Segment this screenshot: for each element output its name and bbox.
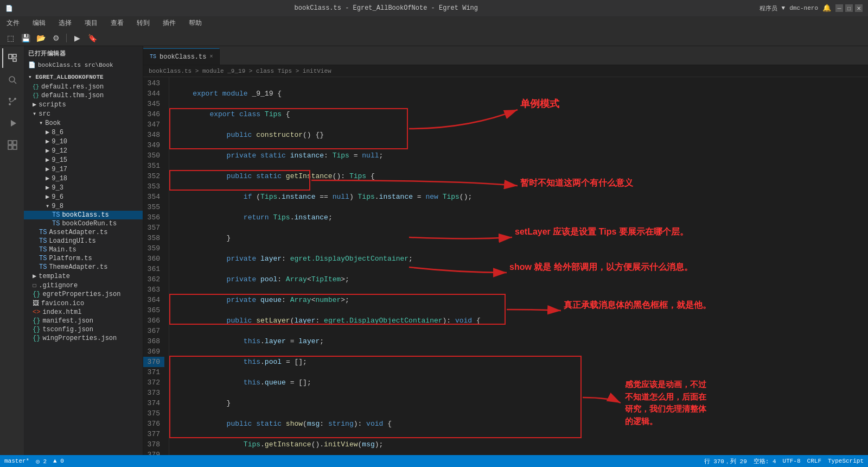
activity-explorer[interactable] [2,48,22,68]
svg-line-4 [14,81,16,84]
tree-item-template[interactable]: ▶ template [24,272,143,281]
tree-item-9-10[interactable]: ▶ 9_10 [24,137,143,146]
code-line-344: export class Tips { [176,109,868,119]
line-numbers: 343 344 345 346 347 348 349 350 351 352 … [143,77,169,455]
eol-type[interactable]: CRLF [807,458,821,464]
tree-item-8-6[interactable]: ▶ 8_6 [24,128,143,137]
svg-rect-12 [13,146,17,149]
error-count[interactable]: ◎ 2 [36,458,47,465]
indentation[interactable]: 空格: 4 [754,457,776,465]
tree-item-wingprops[interactable]: {} wingProperties.json [24,334,143,343]
code-line-359: public static show(msg: string): void { [176,419,868,429]
menu-help[interactable]: 帮助 [187,17,204,29]
language-mode[interactable]: TypeScript [828,458,864,464]
folder-icon9: ▶ [46,184,49,192]
tree-item-themeadapter[interactable]: TS ThemeAdapter.ts [24,263,143,272]
cursor-position[interactable]: 行 370，列 29 [704,457,747,465]
open-file-bookclass[interactable]: 📄 bookClass.ts src\Book [24,61,143,69]
ln-376: 376 [143,419,164,429]
menu-goto[interactable]: 转到 [135,17,152,29]
maximize-button[interactable]: □ [845,4,853,12]
menu-file[interactable]: 文件 [4,17,22,29]
activity-search[interactable] [2,70,22,90]
folder-icon3: ▶ [46,128,49,136]
notification-icon[interactable]: 🔔 [822,4,831,12]
menu-project[interactable]: 项目 [82,17,100,29]
svg-marker-8 [11,120,16,127]
json-icon5: {} [33,326,40,333]
tree-item-main[interactable]: TS Main.ts [24,245,143,254]
svg-point-5 [9,98,11,100]
ln-344: 344 [143,89,164,99]
menu-view[interactable]: 查看 [108,17,126,29]
tree-item-book[interactable]: ▾ Book [24,118,143,128]
menu-plugins[interactable]: 插件 [161,17,178,29]
code-line-349: return Tips.instance; [176,212,868,223]
tree-item-favicon[interactable]: 🖼 favicon.ico [24,299,143,308]
tree-item-9-12[interactable]: ▶ 9_12 [24,146,143,155]
tree-item-loadingui[interactable]: TS LoadingUI.ts [24,237,143,245]
tree-item-9-8[interactable]: ▾ 9_8 [24,201,143,211]
minimize-button[interactable]: ─ [835,4,843,12]
menu-select[interactable]: 选择 [56,17,74,29]
git-branch[interactable]: master* [4,458,29,464]
toolbar-new[interactable]: ⬚ [4,32,16,44]
svg-rect-9 [8,141,12,144]
activity-extensions[interactable] [2,135,22,155]
tree-item-scripts[interactable]: ▶ scripts [24,100,143,109]
title-bar-right: 程序员 ▼ dmc-nero 🔔 ─ □ ✕ [760,4,863,12]
ln-355: 355 [143,202,164,212]
project-title[interactable]: ▾ EGRET_ALLBOOKOFNOTE [24,71,143,83]
tab-bookclass[interactable]: TS bookClass.ts × [143,48,220,65]
tree-item-9-15[interactable]: ▶ 9_15 [24,155,143,165]
tree-item-default-res[interactable]: {} default.res.json [24,83,143,91]
folder-icon12: ▶ [33,272,36,280]
toolbar-bookmark[interactable]: 🔖 [86,32,98,44]
tab-close-icon[interactable]: × [209,54,213,60]
tree-item-gitignore[interactable]: ◻ .gitignore [24,281,143,290]
ln-379: 379 [143,450,164,455]
ln-361: 361 [143,264,164,274]
breadcrumb-path: bookClass.ts > module _9_19 > class Tips… [149,68,331,74]
tree-item-platform[interactable]: TS Platform.ts [24,254,143,263]
tree-item-manifest[interactable]: {} manifest.json [24,317,143,325]
ln-348: 348 [143,130,164,140]
tree-item-src[interactable]: ▾ src [24,109,143,118]
tree-item-9-18[interactable]: ▶ 9_18 [24,174,143,183]
ln-350: 350 [143,150,164,161]
folder-icon4: ▶ [46,137,49,146]
ln-349: 349 [143,140,164,150]
toolbar-open[interactable]: 📂 [35,32,47,44]
tree-item-default-thm[interactable]: {} default.thm.json [24,91,143,100]
ln-370: 370 [143,357,164,367]
close-button[interactable]: ✕ [855,4,863,12]
toolbar-build[interactable]: ⚙ [50,32,62,44]
ln-357: 357 [143,223,164,233]
ts-file-icon7: TS [39,263,47,271]
status-right: 行 370，列 29 空格: 4 UTF-8 CRLF TypeScript [704,457,864,465]
activity-git[interactable] [2,92,22,111]
activity-debug[interactable] [2,113,22,133]
tree-item-9-3[interactable]: ▶ 9_3 [24,183,143,192]
file-icon2: ◻ [33,281,36,289]
ts-file-icon3: TS [39,229,47,236]
open-files-tree: 📄 bookClass.ts src\Book [24,61,143,69]
tree-item-assetadapter[interactable]: TS AssetAdapter.ts [24,228,143,237]
tree-item-9-6[interactable]: ▶ 9_6 [24,192,143,201]
tree-item-bookclass-ts[interactable]: TS bookClass.ts [24,211,143,219]
menu-edit[interactable]: 编辑 [30,17,48,29]
toolbar-debug[interactable]: ▶ [71,32,83,44]
code-area: 343 344 345 346 347 348 349 350 351 352 … [143,77,868,455]
tree-item-9-17[interactable]: ▶ 9_17 [24,165,143,174]
tabs-bar: TS bookClass.ts × [143,46,868,65]
warning-count[interactable]: ▲ 0 [53,458,64,464]
toolbar: ⬚ 💾 📂 ⚙ ▶ 🔖 [0,30,868,46]
tree-item-egretprops[interactable]: {} egretProperties.json [24,290,143,299]
toolbar-save[interactable]: 💾 [20,32,31,44]
code-content[interactable]: export module _9_19 { export class Tips … [169,77,868,455]
tree-item-bookcoderun-ts[interactable]: TS bookCodeRun.ts [24,219,143,228]
encoding[interactable]: UTF-8 [783,458,801,464]
tree-item-tsconfig[interactable]: {} tsconfig.json [24,325,143,334]
tree-item-index-html[interactable]: <> index.html [24,308,143,317]
svg-rect-11 [8,146,12,149]
